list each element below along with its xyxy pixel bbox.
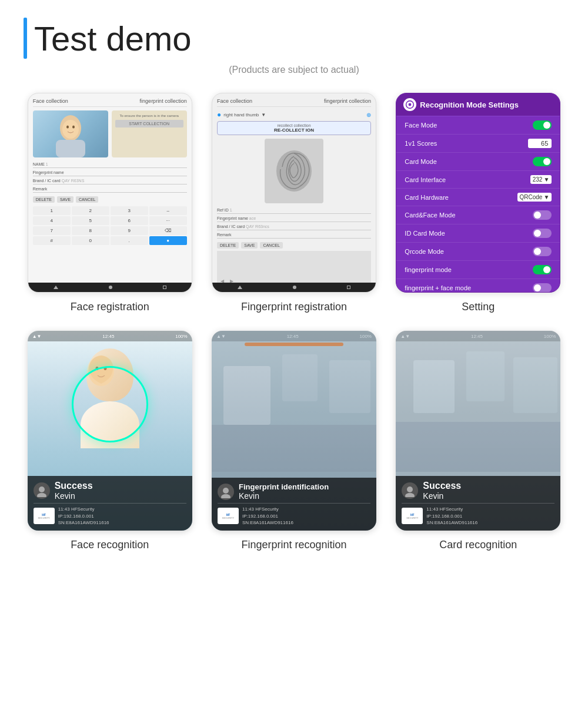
hfsecurity-logo-card: HF SECURITY (402, 508, 423, 524)
card-face-mode-label: Card&Face Mode (405, 212, 455, 219)
title-accent-bar (24, 18, 27, 59)
setting-row-card-hardware: Card Hardware QRCode ▼ (396, 189, 560, 206)
face-reg-tab2[interactable]: fingerprint collection (140, 98, 187, 104)
numpad-dots[interactable]: ··· (149, 216, 187, 225)
setting-rows: Face Mode 1v1 Scores 65 Card Mode Card I… (396, 116, 560, 293)
numpad-5[interactable]: 5 (72, 216, 109, 225)
fp-remark-label: Remark (217, 233, 232, 237)
fp-cancel-btn[interactable]: CANCEL (260, 242, 282, 249)
numpad-1[interactable]: 1 (33, 206, 71, 215)
fp-reg-mockup: Face collection fingerprint collection ●… (212, 93, 376, 293)
fp-dropdown-arrow[interactable]: ▼ (261, 112, 266, 118)
face-recog-avatar (34, 482, 50, 499)
card-mode-toggle[interactable] (533, 157, 552, 166)
svg-rect-22 (466, 351, 505, 401)
numpad-2[interactable]: 2 (72, 206, 109, 215)
fp-nav-home-icon[interactable] (293, 286, 296, 289)
fp-hand-selector: ● right hand thumb ▼ ⊕ (217, 110, 371, 119)
face-reg-brand-label: Brand / IC card (33, 179, 61, 183)
fingerprint-mode-toggle[interactable] (533, 265, 552, 274)
fp-recog-info-row: HF SECURITY 11:43 HFSecurity IP:192.168.… (218, 503, 370, 526)
numpad-hash[interactable]: # (33, 236, 71, 245)
setting-logo (403, 98, 416, 111)
numpad-dash[interactable]: – (149, 206, 187, 215)
face-reg-name-label: NAME (33, 162, 45, 166)
face-recog-status-row: Success Kevin (34, 481, 186, 501)
fp-reg-tab1[interactable]: Face collection (217, 98, 252, 104)
face-scan-circle (72, 366, 148, 442)
fp-add-icon[interactable]: ⊕ (366, 112, 371, 118)
nav-back-icon[interactable] (54, 286, 58, 289)
qrcode-mode-label: Qrcode Mode (405, 248, 444, 255)
numpad-3[interactable]: 3 (111, 206, 148, 215)
setting-title: Recognition Mode Settings (420, 100, 519, 109)
card-face-mode-toggle[interactable] (533, 210, 552, 220)
face-recog-bg: ▲▼ 12:45 100% (28, 331, 192, 531)
fp-face-mode-toggle[interactable] (533, 283, 552, 293)
numpad-8[interactable]: 8 (72, 226, 109, 235)
fp-nav-recent-icon[interactable] (347, 286, 350, 289)
card-hardware-label: Card Hardware (405, 194, 449, 201)
card-recog-success: Success (423, 481, 461, 491)
nav-recent-icon[interactable] (163, 286, 166, 289)
setting-row-qrcode-mode: Qrcode Mode (396, 243, 560, 261)
face-reg-start-btn[interactable]: START COLLECTION (115, 120, 183, 128)
nav-home-icon[interactable] (109, 286, 112, 289)
numpad-0[interactable]: 0 (72, 236, 109, 245)
numpad-period[interactable]: . (111, 236, 148, 245)
fp-recog-identification: Fingerprint identification (239, 482, 329, 491)
fp-reg-buttons: DELETE SAVE CANCEL (217, 242, 371, 249)
card-mode-label: Card Mode (405, 158, 436, 165)
fp-save-btn[interactable]: SAVE (241, 242, 258, 249)
face-reg-delete-btn[interactable]: DELETE (33, 196, 55, 203)
face-reg-images: To ensure the person is in the camera ST… (33, 110, 187, 157)
setting-header: Recognition Mode Settings (396, 93, 560, 116)
numpad-ok[interactable]: ● (149, 236, 187, 245)
numpad-4[interactable]: 4 (33, 216, 71, 225)
1v1-scores-input[interactable]: 65 (528, 139, 552, 148)
face-recog-time: 12:45 (102, 334, 114, 339)
demo-item-fingerprint-recognition: ▲▼ 12:45 100% (208, 331, 380, 551)
fp-nav-back-icon[interactable] (238, 286, 242, 289)
svg-point-7 (409, 103, 412, 106)
card-interface-dropdown[interactable]: 232 ▼ (530, 175, 552, 184)
setting-row-fp-face-mode: fingerprint + face mode (396, 279, 560, 293)
svg-rect-16 (329, 360, 370, 413)
numpad-6[interactable]: 6 (111, 216, 148, 225)
fp-reg-tab2[interactable]: fingerprint collection (324, 98, 371, 104)
page-title: Test demo (34, 19, 192, 58)
1v1-scores-label: 1v1 Scores (405, 140, 437, 147)
setting-row-1v1-scores: 1v1 Scores 65 (396, 135, 560, 153)
face-mode-toggle[interactable] (533, 120, 552, 130)
numpad-9[interactable]: 9 (111, 226, 148, 235)
numpad-7[interactable]: 7 (33, 226, 71, 235)
card-hardware-dropdown[interactable]: QRCode ▼ (517, 193, 552, 202)
face-reg-cancel-btn[interactable]: CANCEL (76, 196, 98, 203)
card-recog-status-row: Success Kevin (402, 481, 554, 501)
face-reg-tab1[interactable]: Face collection (33, 98, 68, 104)
fp-recog-hf-ip: IP:192.168.0.001 (242, 513, 293, 519)
fp-recollect-btn[interactable]: RE-COLLECT ION (219, 128, 369, 133)
face-reg-buttons: DELETE SAVE CANCEL (33, 196, 187, 203)
numpad-backspace[interactable]: ⌫ (149, 226, 187, 235)
setting-row-id-card-mode: ID Card Mode (396, 224, 560, 243)
id-card-mode-toggle[interactable] (533, 229, 552, 238)
page-title-section: Test demo (24, 18, 564, 59)
id-card-mode-label: ID Card Mode (405, 230, 445, 237)
face-recog-hf-sn: SN:E8A161AWD911616 (58, 519, 109, 526)
qrcode-mode-toggle[interactable] (533, 247, 552, 256)
fp-recollect-label: recollect collection (219, 123, 369, 128)
card-recog-hf-time: 11:43 HFSecurity (426, 506, 477, 512)
fp-face-mode-label: fingerprint + face mode (405, 284, 471, 291)
svg-point-11 (39, 487, 45, 492)
svg-point-25 (407, 487, 413, 492)
fp-reg-nav-bar (212, 283, 376, 292)
face-recog-name-block: Success Kevin (55, 481, 93, 501)
face-reg-save-btn[interactable]: SAVE (57, 196, 74, 203)
face-reg-caption: Face registration (71, 301, 149, 313)
fp-delete-btn[interactable]: DELETE (217, 242, 239, 249)
fp-fingerprint-image (265, 139, 323, 203)
svg-rect-24 (396, 422, 560, 472)
face-reg-numpad: 1 2 3 – 4 5 6 ··· 7 8 9 ⌫ # 0 . ● (33, 206, 187, 245)
face-recog-name: Kevin (55, 491, 93, 501)
